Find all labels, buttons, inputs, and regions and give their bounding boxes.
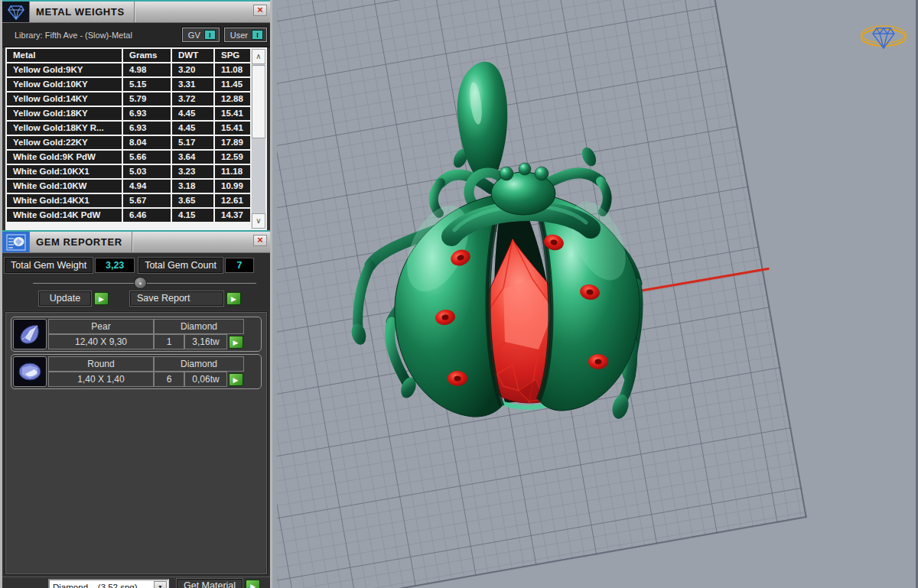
table-cell: 3.64 xyxy=(172,151,213,164)
table-cell: White Gold:14KX1 xyxy=(7,194,122,207)
dropdown-arrow-icon[interactable]: ▼ xyxy=(154,581,167,588)
table-cell: 5.66 xyxy=(123,151,171,164)
table-cell: Yellow Gold:22KY xyxy=(7,136,122,149)
gv-toggle-indicator-icon[interactable]: I xyxy=(204,30,216,40)
table-row[interactable]: Yellow Gold:18KY6.934.4515.41 xyxy=(7,107,250,120)
gem-select-run-icon[interactable]: ▶ xyxy=(229,336,243,349)
table-row[interactable]: Yellow Gold:14KY5.793.7212.88 xyxy=(7,93,250,106)
table-cell: 5.79 xyxy=(123,93,171,106)
gem-select-run-icon[interactable]: ▶ xyxy=(229,373,243,386)
save-report-run-icon[interactable]: ▶ xyxy=(226,292,241,305)
left-tool-panel: METAL WEIGHTS × Library: Fifth Ave - (Sl… xyxy=(0,0,272,588)
table-cell: 15.41 xyxy=(215,107,250,120)
total-gem-count-value: 7 xyxy=(225,258,254,273)
table-cell: 4.15 xyxy=(172,209,213,222)
total-gem-count-label: Total Gem Count xyxy=(138,258,223,273)
gem-thumbnail xyxy=(13,319,47,349)
gem-thumbnail xyxy=(13,356,47,387)
user-toggle-indicator-icon[interactable]: I xyxy=(252,30,263,40)
library-label: Library: Fifth Ave - (Slow)-Metal xyxy=(15,31,177,40)
gem-count: 6 xyxy=(154,372,184,387)
table-row[interactable]: White Gold:10KW4.943.1810.99 xyxy=(7,180,250,193)
gem-totals-row: Total Gem Weight 3,23 Total Gem Count 7 xyxy=(2,253,270,276)
gem-entry[interactable]: Pear Diamond 12,40 X 9,30 1 3,16tw ▶ xyxy=(11,317,262,352)
user-toggle-button[interactable]: User I xyxy=(224,28,267,42)
table-cell: White Gold:14K PdW xyxy=(7,209,122,222)
gem-size: 12,40 X 9,30 xyxy=(48,334,154,349)
get-material-run-icon[interactable]: ▶ xyxy=(246,580,260,588)
ring-gem-logo-icon xyxy=(858,20,909,54)
table-cell: White Gold:9K PdW xyxy=(7,151,122,164)
gem-list: Pear Diamond 12,40 X 9,30 1 3,16tw ▶ Rou… xyxy=(5,312,267,574)
table-cell: 12.88 xyxy=(215,93,250,106)
table-row[interactable]: White Gold:14K PdW6.464.1514.37 xyxy=(7,209,250,222)
update-button[interactable]: Update xyxy=(39,291,91,306)
table-row[interactable]: Yellow Gold:22KY8.045.1717.89 xyxy=(7,136,250,149)
total-gem-weight-label: Total Gem Weight xyxy=(5,258,93,273)
total-gem-weight-value: 3,23 xyxy=(95,258,135,273)
metal-table-header: Metal Grams DWT SPG xyxy=(7,49,250,62)
save-report-button[interactable]: Save Report xyxy=(130,291,223,306)
get-material-button[interactable]: Get Material xyxy=(177,579,243,588)
user-label: User xyxy=(230,31,248,40)
table-row[interactable]: Yellow Gold:10KY5.153.3111.45 xyxy=(7,78,250,91)
table-row[interactable]: Yellow Gold:18KY R...6.934.4515.41 xyxy=(7,122,250,135)
table-row[interactable]: Yellow Gold:9KY4.983.2011.08 xyxy=(7,63,250,76)
table-cell: 6.46 xyxy=(123,209,171,222)
table-cell: 15.41 xyxy=(215,122,250,135)
gem-weight: 3,16tw xyxy=(184,334,227,349)
gem-material-select[interactable]: Diamond (3,52 spg) ▼ xyxy=(48,579,169,588)
col-dwt[interactable]: DWT xyxy=(172,49,213,62)
material-bar: Diamond (3,52 spg) ▼ Get Material ▶ xyxy=(2,577,270,588)
metal-table-scrollbar[interactable]: ∧ ∨ xyxy=(251,49,265,229)
table-cell: Yellow Gold:14KY xyxy=(7,93,122,106)
scroll-down-icon[interactable]: ∨ xyxy=(252,213,265,229)
table-row[interactable]: White Gold:10KX15.033.2311.18 xyxy=(7,165,250,178)
beetle-pendant-model[interactable] xyxy=(346,57,713,440)
table-cell: 8.04 xyxy=(123,136,171,149)
gv-label: GV xyxy=(188,31,200,40)
table-cell: 11.45 xyxy=(215,78,250,91)
table-cell: 5.67 xyxy=(123,194,171,207)
gem-reporter-title: GEM REPORTER xyxy=(30,232,122,252)
gem-material-selected: Diamond (3,52 spg) xyxy=(50,583,154,588)
update-run-icon[interactable]: ▶ xyxy=(94,292,109,305)
table-cell: 4.94 xyxy=(123,180,171,193)
table-cell: 3.20 xyxy=(172,63,213,76)
table-row[interactable]: White Gold:14KX15.673.6512.61 xyxy=(7,194,250,207)
gv-toggle-button[interactable]: GV I xyxy=(182,28,220,42)
table-cell: 14.37 xyxy=(215,209,250,222)
table-cell: 3.65 xyxy=(172,194,213,207)
col-grams[interactable]: Grams xyxy=(123,49,171,62)
col-spg[interactable]: SPG xyxy=(215,49,250,62)
table-cell: Yellow Gold:10KY xyxy=(7,78,122,91)
gem-reporter-titlebar[interactable]: GEM REPORTER × xyxy=(2,230,270,253)
gem-material: Diamond xyxy=(154,356,244,372)
table-cell: 6.93 xyxy=(123,122,171,135)
scrollbar-thumb[interactable] xyxy=(252,65,265,138)
gem-entry[interactable]: Round Diamond 1,40 X 1,40 6 0,06tw ▶ xyxy=(11,354,262,389)
metal-weights-close-icon[interactable]: × xyxy=(253,5,267,16)
table-cell: 3.72 xyxy=(172,93,213,106)
table-cell: 12.59 xyxy=(215,151,250,164)
table-cell: White Gold:10KW xyxy=(7,180,122,193)
table-cell: 12.61 xyxy=(215,194,250,207)
pear-gem-icon xyxy=(16,321,44,347)
table-cell: 11.18 xyxy=(215,165,250,178)
table-row[interactable]: White Gold:9K PdW5.663.6412.59 xyxy=(7,151,250,164)
table-cell: Yellow Gold:18KY R... xyxy=(7,122,122,135)
gem-reporter-actions: Update ▶ Save Report ▶ xyxy=(2,290,270,310)
table-cell: Yellow Gold:18KY xyxy=(7,107,122,120)
table-cell: 5.15 xyxy=(123,78,171,91)
3d-viewport[interactable] xyxy=(277,0,918,588)
table-cell: 11.08 xyxy=(215,63,250,76)
gem-shape: Pear xyxy=(48,319,154,334)
scroll-up-icon[interactable]: ∧ xyxy=(252,49,265,64)
metal-weights-titlebar[interactable]: METAL WEIGHTS × xyxy=(2,0,270,23)
col-metal[interactable]: Metal xyxy=(7,49,122,62)
table-cell: Yellow Gold:9KY xyxy=(7,63,122,76)
round-gem-icon xyxy=(16,359,44,385)
gem-reporter-close-icon[interactable]: × xyxy=(253,235,267,246)
splitter-collapse-handle[interactable]: ▲ xyxy=(134,277,147,289)
table-cell: 3.23 xyxy=(172,165,213,178)
